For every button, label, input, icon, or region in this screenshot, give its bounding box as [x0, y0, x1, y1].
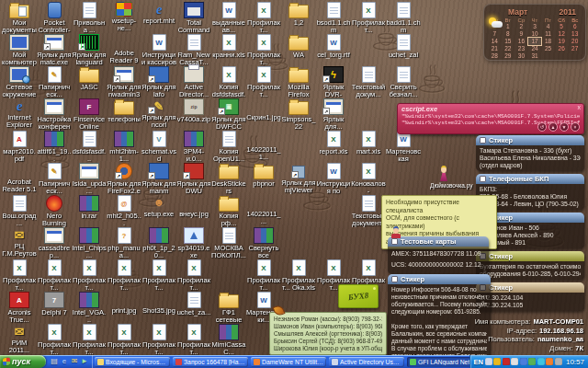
desktop-icon[interactable]: Total Commander [176, 2, 211, 32]
calendar-day[interactable]: 24 [528, 45, 542, 52]
calendar-day[interactable]: 2 [514, 23, 528, 30]
messenger-icon[interactable] [537, 358, 545, 365]
desktop-icon[interactable]: Профилакт... [37, 324, 72, 354]
desktop-icon[interactable]: ↗Ярлык для lafo [141, 66, 176, 97]
desktop-icon[interactable]: ↗Ярлык для DWFCC [211, 98, 246, 129]
calendar-day[interactable]: 19 [555, 38, 569, 45]
up-button[interactable]: ▲ [548, 122, 558, 132]
desktop-icon[interactable]: report.mht [141, 2, 176, 32]
calendar-day[interactable]: 3 [528, 23, 542, 30]
desktop-icon[interactable]: внеус.jpg [176, 195, 211, 225]
desktop-icon[interactable]: Adobe Reader 9 [107, 34, 141, 64]
desktop-icon[interactable]: sp34019.exe [176, 227, 211, 258]
desktop-icon[interactable]: Инструкции кассиров 7... [141, 34, 176, 64]
desktop-icon[interactable]: badd1.1.chm [386, 2, 421, 32]
desktop-icon[interactable]: выданные ав... [211, 2, 246, 32]
desktop-icon[interactable]: Shot35.jpg [141, 292, 176, 322]
desktop-icon[interactable]: Профилакт... [351, 2, 386, 32]
desktop-icon[interactable]: wsetup-не... [107, 2, 141, 32]
desktop-icon[interactable]: ↗Ярлык для manm [141, 163, 176, 193]
desktop-icon[interactable]: Профилакт... [141, 259, 176, 290]
calendar-day[interactable]: 30 [514, 52, 528, 60]
calendar-day[interactable]: 17 [528, 38, 542, 45]
desktop-icon[interactable]: Профилакт... [72, 324, 107, 354]
desktop-icon[interactable]: Pocket Controller-P... [37, 2, 72, 32]
desktop-icon[interactable]: attif61_19... [37, 131, 72, 161]
desktop-icon[interactable]: Isida_upda... [72, 163, 107, 193]
desktop-icon[interactable]: Профилакт... [37, 259, 72, 290]
desktop-icon[interactable]: uchet_za... [176, 292, 211, 322]
device-icon[interactable] [546, 358, 553, 365]
cscript-alert[interactable]: x cscript.exe "%windir%\system32\com\cac… [397, 103, 584, 134]
desktop-icon[interactable]: Профилакт... SRM.xls [246, 66, 281, 97]
desktop-icon[interactable]: ↗Ярлык для matc.exe [37, 34, 72, 64]
desktop-icon[interactable]: Профилакт... [176, 259, 211, 290]
calendar-day[interactable]: 27 [568, 45, 582, 52]
desktop-icon[interactable]: mart.xls [351, 131, 386, 161]
desktop-icon[interactable]: Acrobat Reader 5.1 [2, 163, 37, 193]
desktop-icon[interactable]: php_manua... [107, 227, 141, 258]
desktop-icon[interactable]: uchet_zal [386, 34, 421, 64]
desktop-icon[interactable]: WA [281, 34, 316, 64]
replay-button[interactable]: ↺ [537, 122, 547, 132]
desktop-icon[interactable]: in.rar [72, 195, 107, 225]
task-button[interactable]: Запрос 166478 [Наш... [173, 357, 248, 367]
sticker-note[interactable]: СтикерТамара Степановна - 336 (бухг)Васи… [476, 135, 584, 171]
desktop-icon[interactable]: Привольна ... [72, 2, 107, 32]
desktop-icon[interactable]: Mozilla Firefox [281, 66, 316, 97]
green-note[interactable]: Незнанов Роман (кассы): 8(903) 798-32-10… [269, 312, 387, 355]
desktop-icon[interactable]: DeskStickers [211, 163, 246, 193]
calendar-day[interactable]: 14 [488, 38, 502, 45]
clock-sync-icon[interactable] [555, 358, 562, 365]
desktop-icon[interactable]: телефоны [107, 98, 141, 129]
desktop-icon[interactable]: print.jpg [107, 292, 141, 322]
desktop-icon[interactable]: v7400a.zip [176, 98, 211, 129]
desktop-icon[interactable]: Профилакт... petrovy.xls [246, 259, 281, 290]
calendar-day[interactable]: 21 [488, 45, 502, 52]
desktop-icon[interactable]: ph0t_1p_20... [141, 227, 176, 258]
desktop-icon[interactable]: JASC [72, 66, 107, 97]
task-button[interactable]: Входящие - Microsof... [95, 357, 170, 367]
desktop-icon[interactable]: Профилакт... [141, 324, 176, 354]
language-indicator[interactable]: EN [474, 358, 483, 366]
calendar-day[interactable]: 15 [502, 38, 515, 45]
calendar-day[interactable]: 31 [528, 52, 542, 60]
desktop-icon[interactable]: mht2htm-1... [107, 131, 141, 161]
desktop-icon[interactable]: pbpnor [246, 163, 281, 193]
desktop-icon[interactable]: cassadbrep... [37, 227, 72, 258]
desktop-icon[interactable]: Профилакт... [2, 259, 37, 290]
desktop-icon[interactable]: Инструкция по установ... [316, 163, 351, 193]
desktop-icon[interactable]: Nero Burning ROM [37, 195, 72, 225]
desktop-icon[interactable]: mht2_h05... [107, 195, 141, 225]
start-button[interactable]: пуск [0, 355, 46, 368]
desktop-icon[interactable]: РЦ Г.М.Реутов... [2, 227, 37, 258]
desktop-icon[interactable]: Finservice Online Bank... [72, 98, 107, 129]
desktop-icon[interactable]: Профилакт... [107, 259, 141, 290]
desktop-icon[interactable]: РИМ 2011... [2, 324, 37, 354]
desktop-icon[interactable]: Профилакт... Oka.xls [281, 259, 316, 290]
desktop-icon[interactable]: ↗Ярлык для ncorl [141, 98, 176, 129]
calendar-day[interactable]: 28 [488, 52, 502, 60]
shield-icon[interactable] [493, 358, 501, 365]
desktop-icon[interactable]: Профилакт... PAPER.xls [246, 2, 281, 32]
desktop-icon[interactable]: Копия dsfdsfasdf.xls [211, 66, 246, 97]
desktop-icon[interactable]: Мартеновская 35.docx [386, 131, 421, 161]
task-button[interactable]: GFI LANguard Netwo... [407, 357, 469, 367]
alert-close-icon[interactable]: x [578, 104, 582, 110]
desktop-icon[interactable]: Ram_NewCassaT... [176, 34, 211, 64]
desktop-icon[interactable]: Intel_VGA... [72, 292, 107, 322]
desktop-icon[interactable]: Копия рф... [211, 195, 246, 225]
testcards-sticker[interactable]: Тестовые карты AMEX: 375118478307728 11.… [388, 236, 489, 274]
desktop-icon[interactable]: Simpsons_22 [281, 98, 316, 129]
desktop-icon[interactable]: Настройка конференц... [37, 98, 72, 129]
show-desktop-icon[interactable]: ▤ [50, 355, 59, 368]
desktop-icon[interactable]: Текстовый докум... [351, 66, 386, 97]
desktop-icon[interactable]: Папирническ... [37, 66, 72, 97]
calendar-day[interactable]: 13 [568, 30, 582, 38]
desktop-icon[interactable]: Acronis True... [2, 292, 37, 322]
sticker-note[interactable]: СтикерБухгалтерия по остаточной стоимост… [476, 251, 584, 280]
desktop-icon[interactable]: setup.exe [141, 195, 176, 225]
desktop-icon[interactable]: Delphi 7 [37, 292, 72, 322]
update-icon[interactable] [528, 358, 536, 365]
internet-explorer-icon[interactable]: e [60, 355, 69, 368]
